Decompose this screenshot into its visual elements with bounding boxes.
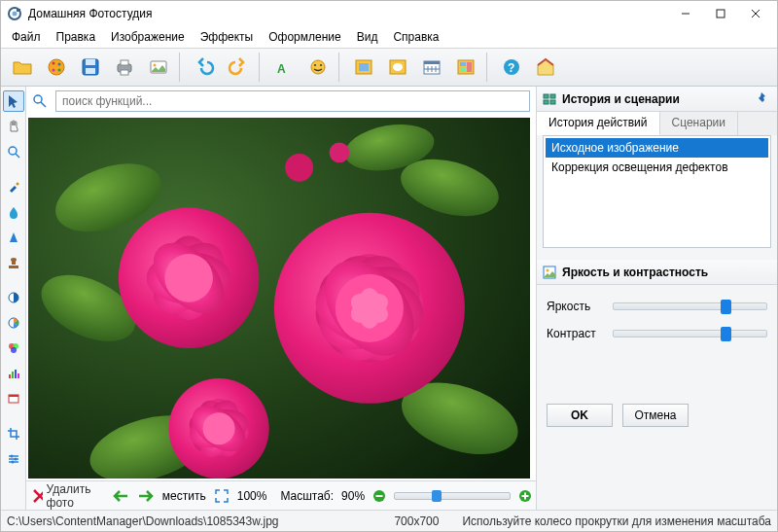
collage-button[interactable] (450, 52, 481, 83)
svg-point-10 (58, 69, 61, 72)
menu-effects[interactable]: Эффекты (194, 28, 261, 46)
tool-postcard[interactable] (3, 388, 24, 409)
svg-rect-1 (17, 9, 20, 12)
menu-view[interactable]: Вид (350, 28, 385, 46)
zoom-in-button[interactable] (518, 485, 532, 507)
svg-rect-54 (18, 373, 19, 378)
svg-point-8 (53, 62, 55, 65)
svg-point-42 (16, 183, 18, 186)
svg-point-62 (11, 461, 14, 464)
left-toolbar (1, 87, 26, 510)
zoom-out-button[interactable] (372, 485, 386, 507)
frame-button[interactable] (348, 52, 379, 83)
brightness-panel: Яркость и контрастность Яркость Контраст… (537, 260, 777, 435)
zoom-slider-thumb[interactable] (432, 490, 442, 502)
tool-histogram[interactable] (3, 363, 24, 384)
history-item[interactable]: Коррекция освещения дефектов (546, 158, 768, 177)
cancel-button[interactable]: Отмена (622, 404, 689, 427)
search-input[interactable] (55, 90, 530, 112)
tool-contrast[interactable] (3, 287, 24, 308)
ok-button[interactable]: OK (547, 404, 613, 427)
history-item[interactable]: Исходное изображение (546, 138, 768, 158)
help-button[interactable]: ? (496, 52, 527, 83)
contrast-slider-thumb[interactable] (721, 327, 731, 341)
svg-point-9 (58, 63, 61, 66)
tool-crop[interactable] (3, 423, 24, 444)
center-pane: Удалить фото местить 100% Масштаб: 90% (26, 87, 536, 510)
svg-rect-16 (121, 60, 128, 65)
tool-levels[interactable] (3, 448, 24, 470)
zoom-slider[interactable] (394, 492, 511, 500)
delete-photo-label: Удалить фото (47, 482, 96, 510)
minimize-button[interactable] (668, 3, 703, 24)
print-button[interactable] (109, 52, 140, 83)
pin-icon[interactable] (756, 91, 771, 107)
tool-brush[interactable] (3, 176, 24, 197)
right-panel: История и сценарии История действий Сцен… (536, 87, 777, 510)
titlebar: Домашняя Фотостудия (1, 1, 777, 26)
maximize-button[interactable] (703, 3, 738, 24)
svg-rect-52 (12, 372, 14, 378)
text-button[interactable]: A (268, 52, 300, 83)
menu-edit[interactable]: Правка (50, 28, 103, 46)
fit-screen-button[interactable] (214, 485, 230, 507)
mask-button[interactable] (382, 52, 413, 83)
main-toolbar: A ? (1, 48, 777, 87)
brightness-panel-icon (543, 266, 556, 279)
svg-rect-25 (359, 63, 369, 71)
prev-image-button[interactable] (112, 485, 129, 507)
svg-point-60 (10, 455, 13, 458)
svg-rect-118 (550, 94, 555, 98)
svg-point-61 (14, 458, 17, 461)
svg-rect-35 (460, 62, 466, 66)
status-dimensions: 700x700 (394, 514, 439, 528)
tool-drop[interactable] (3, 201, 24, 223)
open-button[interactable] (7, 52, 38, 83)
tool-zoom[interactable] (3, 141, 24, 162)
sticker-button[interactable] (302, 52, 334, 83)
delete-icon (32, 488, 43, 504)
history-list[interactable]: Исходное изображение Коррекция освещения… (543, 135, 771, 248)
tool-stamp[interactable] (3, 252, 24, 273)
workarea: Удалить фото местить 100% Масштаб: 90% И… (1, 87, 777, 510)
zoom-label: Масштаб: (280, 489, 334, 503)
svg-point-19 (154, 64, 157, 67)
catalog-button[interactable] (143, 52, 174, 83)
tool-hand[interactable] (3, 116, 24, 137)
image-canvas[interactable] (28, 118, 530, 479)
svg-rect-14 (86, 68, 95, 74)
menu-help[interactable]: Справка (386, 28, 445, 46)
svg-point-73 (330, 143, 350, 163)
svg-rect-119 (544, 100, 548, 104)
palette-button[interactable] (41, 52, 72, 83)
delete-photo-button[interactable]: Удалить фото (32, 482, 96, 510)
tool-rgb[interactable] (3, 337, 24, 359)
home-button[interactable] (530, 52, 561, 83)
svg-rect-44 (12, 260, 16, 265)
tab-history[interactable]: История действий (537, 112, 660, 135)
menu-file[interactable]: Файл (5, 28, 48, 46)
svg-rect-17 (121, 70, 128, 75)
tool-pointer[interactable] (3, 90, 24, 112)
save-button[interactable] (75, 52, 106, 83)
tab-scenarios[interactable]: Сценарии (660, 112, 738, 135)
undo-button[interactable] (189, 52, 220, 83)
next-image-button[interactable] (137, 485, 155, 507)
tool-hue[interactable] (3, 312, 24, 334)
svg-point-109 (203, 412, 235, 444)
close-button[interactable] (738, 3, 773, 24)
brightness-panel-header: Яркость и контрастность (537, 260, 777, 285)
calendar-button[interactable] (416, 52, 447, 83)
menu-image[interactable]: Изображение (104, 28, 192, 46)
svg-rect-117 (544, 94, 548, 98)
history-panel-header: История и сценарии (537, 87, 777, 112)
contrast-slider[interactable] (613, 330, 767, 337)
brightness-panel-title: Яркость и контрастность (562, 266, 708, 279)
svg-rect-45 (9, 266, 18, 268)
brightness-slider[interactable] (613, 302, 767, 310)
tool-sharpen[interactable] (3, 227, 24, 248)
brightness-slider-thumb[interactable] (721, 300, 731, 314)
menu-design[interactable]: Оформление (262, 28, 347, 46)
redo-button[interactable] (223, 52, 254, 83)
search-icon (30, 91, 50, 111)
